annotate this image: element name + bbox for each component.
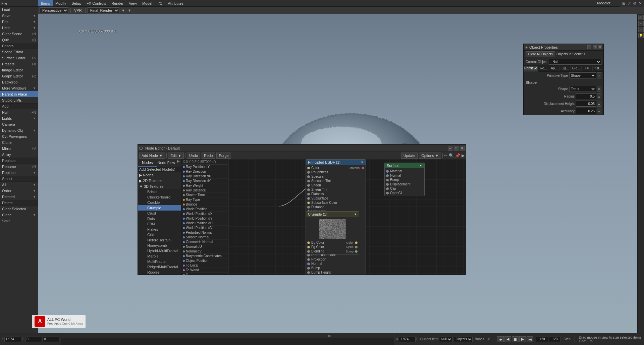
menu-setup[interactable]: Setup [69,0,84,6]
menu-camera[interactable]: Camera [0,121,38,127]
op-tab-primitive[interactable]: Primitive [524,66,538,71]
ne-item-marble[interactable]: Marble [138,253,181,259]
op-tab-glo[interactable]: Glo... [571,66,582,71]
menu-quit[interactable]: Quit+Q [0,37,38,43]
radius-input[interactable] [576,93,596,99]
preset-settings[interactable]: ▼ [127,8,132,12]
menu-parent-in-place[interactable]: Parent in Place [0,91,38,97]
menu-scene-editor[interactable]: Scene Editor [0,49,38,55]
menu-view[interactable]: View [126,0,140,6]
shape-del-btn[interactable]: ✕ [597,86,601,92]
menu-modify[interactable]: Modify [53,0,69,6]
ne-redo-btn[interactable]: Redo [202,153,215,159]
ne-restore-btn[interactable]: □ [454,146,459,151]
ne-node-crumple-collapse[interactable]: ▼ [354,213,357,216]
menu-graph-editor[interactable]: Graph EditorF2 [0,73,38,79]
settings-icon[interactable]: ⚙ [632,1,637,6]
menu-model[interactable]: Model [140,0,155,6]
menu-clear[interactable]: Clear▼ [0,212,38,218]
sb-num2-input[interactable] [43,337,59,342]
ne-item-grid[interactable]: Grid [138,232,181,237]
ne-edit-btn[interactable]: Edit ▼ [168,153,184,159]
menu-render[interactable]: Render [109,0,126,6]
ne-section-2d[interactable]: ▶ 2D Textures [138,178,181,184]
ne-item-flakes[interactable]: Flakes [138,227,181,232]
menu-clone[interactable]: Clone [0,139,38,146]
ne-item-fbm[interactable]: FBM [138,221,181,227]
ne-pin-icon[interactable]: 📌 [455,153,460,158]
menu-lights[interactable]: Lights▼ [0,115,38,121]
menu-save[interactable]: Save▼ [0,13,38,19]
icon-layers[interactable]: ≡ [638,21,644,26]
prim-type-del-btn[interactable]: ✕ [597,72,601,78]
menu-help[interactable]: Help▼ [0,25,38,31]
lp-file-menu[interactable]: File [1,1,8,5]
menu-dynamic-obj[interactable]: Dynamic Obj▼ [0,127,38,133]
ne-item-dots[interactable]: Dots [138,216,181,221]
ne-options-btn[interactable]: Options ▼ [419,153,441,159]
ne-edit-icon[interactable]: ✏ [444,153,447,158]
accuracy-step-btn[interactable]: ▲ [597,108,601,114]
transport-stop-btn[interactable]: ⏹ [512,336,519,342]
ne-minimize-btn[interactable]: ─ [448,146,452,151]
icon-camera[interactable]: 🎥 [638,15,644,20]
ne-item-bricks[interactable]: Bricks [138,189,181,194]
displacement-input[interactable] [576,101,596,107]
transport-play-back-btn[interactable]: ◀ [504,336,511,342]
menu-rename[interactable]: Rename+N [0,164,38,170]
menu-clear-selected[interactable]: Clear Selected [0,206,38,212]
ne-tab-collapse[interactable]: ▶ [176,159,181,167]
menu-presets[interactable]: PresetsF8 [0,61,38,67]
clear-all-objects-btn[interactable]: Clear All Objects [526,51,555,57]
sb-current-item-select[interactable]: Null [439,337,452,342]
ne-item-ridged[interactable]: RidgedMultiFractal [138,264,181,270]
menu-cvt-powergons[interactable]: Cvt Powergons [0,133,38,139]
menu-array[interactable]: Array [0,152,38,158]
menu-image-editor[interactable]: Image Editor [0,67,38,73]
ne-add-node-btn[interactable]: Add Node ▼ [139,153,165,159]
grid-icon[interactable]: ⊞ [622,1,626,6]
transport-last-btn[interactable]: ⏭ [527,336,533,342]
menu-clear-scene[interactable]: Clear Scene+N [0,31,38,37]
op-tab-inst[interactable]: Inst... [593,66,603,71]
sb-x2-input[interactable] [399,337,416,342]
op-maximize-btn[interactable]: □ [593,45,597,49]
sb-num1-input[interactable] [25,337,42,342]
ne-item-crust[interactable]: Crust [138,211,181,216]
sb-timeline[interactable]: 10 [61,334,394,345]
menu-studio-live[interactable]: Studio LIVE [0,97,38,103]
menu-items[interactable]: Items [38,0,53,6]
op-minimize-btn[interactable]: ─ [587,45,591,49]
ne-purge-btn[interactable]: Purge [216,153,231,159]
ne-item-checkerboard[interactable]: Checkerboard [138,194,181,200]
ne-item-crackle[interactable]: Crackle [138,200,181,205]
prim-type-select[interactable]: Shape Null [569,72,596,78]
menu-backdrop[interactable]: Backdrop [0,79,38,85]
ne-update-btn[interactable]: Update [401,153,418,159]
ne-nav-icon[interactable]: ▶ [462,153,465,158]
menu-order[interactable]: Order▼ [0,188,38,194]
menu-mirror[interactable]: Mirror+V [0,146,38,152]
render-preset-select[interactable]: Final_Render [88,7,119,13]
op-tab-re[interactable]: Re... [538,66,549,71]
ne-zoom-in-icon[interactable]: 🔍 [449,153,454,158]
shape-select[interactable]: Torus Sphere Box [569,86,596,92]
accuracy-input[interactable] [576,108,596,114]
maximize-icon[interactable]: ⤢ [627,1,632,6]
ne-node-crumple[interactable]: Crumple (1) ▼ Bg ColorColor Fg ColorAlp [306,211,359,254]
ne-tab-node-flow[interactable]: Node Flow [157,159,176,167]
menu-load[interactable]: Load [0,7,38,13]
menu-all[interactable]: All▼ [0,182,38,188]
transport-play-btn[interactable]: ▶ [519,336,526,342]
menu-replace[interactable]: Replace▼ [0,170,38,176]
displacement-step-btn[interactable]: ▲ [597,101,601,107]
close-icon[interactable]: ✕ [638,1,643,6]
transport-first-btn[interactable]: ⏮ [497,336,504,342]
menu-attributes[interactable]: Attributes [165,0,186,6]
ne-section-nodes[interactable]: ▶ Nodes [138,172,181,178]
sb-x1-input[interactable] [4,337,21,342]
ne-item-hybrid[interactable]: Hybrid-MultiFractal [138,248,181,253]
sb-objects-select[interactable]: Objects [454,337,473,342]
menu-null[interactable]: Null+N [0,109,38,115]
menu-edit[interactable]: Edit▼ [0,19,38,25]
